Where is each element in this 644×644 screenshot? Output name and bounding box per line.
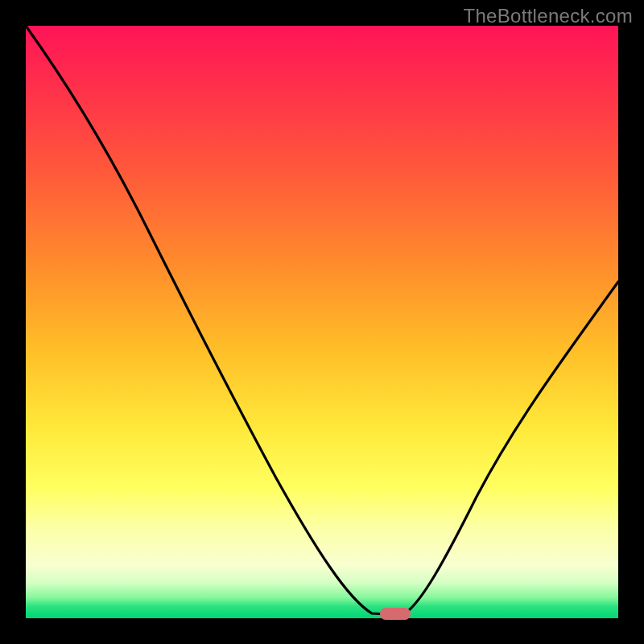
curve-layer	[26, 26, 618, 618]
bottleneck-curve	[26, 26, 618, 615]
chart-frame: TheBottleneck.com	[0, 0, 644, 644]
plot-area	[26, 26, 618, 618]
watermark-text: TheBottleneck.com	[463, 5, 633, 27]
optimal-marker	[380, 608, 411, 620]
